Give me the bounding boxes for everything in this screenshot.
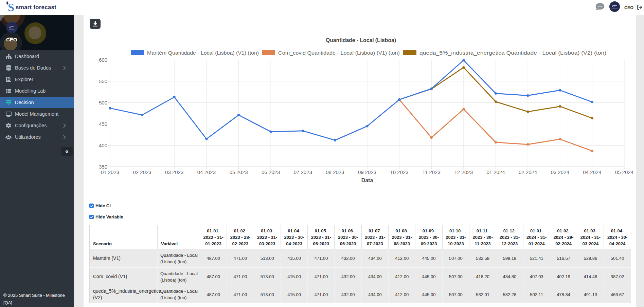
svg-text:milestone: milestone — [612, 7, 618, 9]
svg-text:milestone: milestone — [9, 28, 14, 30]
